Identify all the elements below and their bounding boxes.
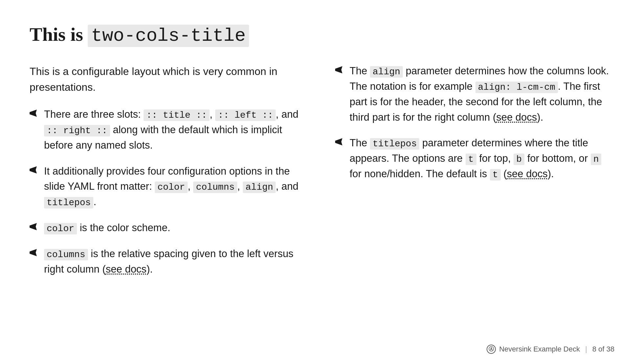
list-item: color is the color scheme. <box>30 220 309 236</box>
list-item: It additionally provides four configurat… <box>30 164 309 210</box>
see-docs-link-columns[interactable]: see docs <box>106 263 147 275</box>
bullet-marker-icon <box>335 66 342 73</box>
slide-footer: Ⓐ Neversink Example Deck | 8 of 38 <box>487 345 614 354</box>
list-item: columns is the relative spacing given to… <box>30 246 309 277</box>
footer-logo-icon: Ⓐ <box>487 345 496 354</box>
bullet-content: The align parameter determines how the c… <box>350 63 614 125</box>
slide-container: This is two-cols-title This is a configu… <box>0 0 644 363</box>
footer-deck-name: Neversink Example Deck <box>499 345 580 353</box>
code-right: :: right :: <box>44 125 110 136</box>
bullet-marker-icon <box>30 249 37 256</box>
bullet-content: The titlepos parameter determines where … <box>350 135 614 182</box>
footer-page-current: 8 <box>592 345 596 353</box>
list-item: There are three slots: :: title ::, :: l… <box>30 107 309 153</box>
bullet-content: It additionally provides four configurat… <box>44 164 309 210</box>
code-align: align <box>243 182 276 193</box>
see-docs-link-titlepos[interactable]: see docs <box>507 168 548 180</box>
bullet-content: There are three slots: :: title ::, :: l… <box>44 107 309 153</box>
code-titlepos: titlepos <box>44 197 93 208</box>
code-align-2: align <box>370 66 403 78</box>
code-n: n <box>591 154 602 165</box>
code-left: :: left :: <box>215 109 276 121</box>
list-item: The align parameter determines how the c… <box>335 63 614 125</box>
bullet-marker-icon <box>30 223 37 230</box>
two-cols-layout: This is a configurable layout which is v… <box>30 63 614 288</box>
code-color-2: color <box>44 223 77 234</box>
left-column: This is a configurable layout which is v… <box>30 63 309 288</box>
code-align-example: align: l-cm-cm <box>475 82 558 93</box>
bullet-content: columns is the relative spacing given to… <box>44 246 309 277</box>
bullet-marker-icon <box>335 138 342 145</box>
footer-page-info: 8 of 38 <box>592 345 614 353</box>
code-b: b <box>514 154 524 165</box>
left-bullet-list: There are three slots: :: title ::, :: l… <box>30 107 309 277</box>
code-columns: columns <box>193 182 237 193</box>
bullet-marker-icon <box>30 166 37 174</box>
see-docs-link-align[interactable]: see docs <box>496 111 537 123</box>
right-column: The align parameter determines how the c… <box>335 63 614 288</box>
title-plain-text: This is <box>30 24 88 45</box>
code-title: :: title :: <box>144 109 210 121</box>
list-item: The titlepos parameter determines where … <box>335 135 614 182</box>
slide-title: This is two-cols-title <box>30 23 614 47</box>
code-t: t <box>466 154 476 165</box>
code-t-default: t <box>490 169 501 181</box>
code-titlepos-2: titlepos <box>370 138 419 150</box>
bullet-marker-icon <box>30 109 37 117</box>
footer-page-total: 38 <box>607 345 614 353</box>
title-code-text: two-cols-title <box>88 25 249 47</box>
intro-paragraph: This is a configurable layout which is v… <box>30 63 309 95</box>
code-color: color <box>155 182 188 193</box>
code-columns-2: columns <box>44 249 88 260</box>
footer-divider: | <box>585 345 587 353</box>
bullet-content: color is the color scheme. <box>44 220 309 236</box>
right-bullet-list: The align parameter determines how the c… <box>335 63 614 182</box>
